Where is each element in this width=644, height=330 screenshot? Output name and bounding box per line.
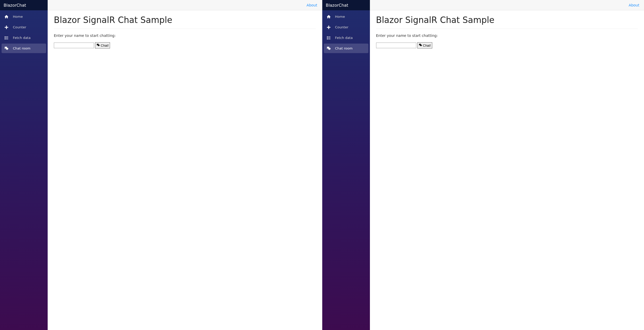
sidebar-nav: HomeCounterFetch dataChat room	[0, 10, 48, 55]
sidebar-item-counter[interactable]: Counter	[2, 22, 46, 32]
plus-icon	[326, 25, 331, 30]
sidebar: BlazorChatHomeCounterFetch dataChat room	[322, 0, 370, 330]
sidebar-item-label: Counter	[13, 25, 26, 29]
sidebar-item-label: Fetch data	[335, 36, 353, 40]
name-form-row: Chat!	[376, 42, 638, 48]
sidebar-item-chat-room[interactable]: Chat room	[2, 44, 46, 53]
sidebar-item-label: Chat room	[13, 46, 30, 50]
sidebar-item-label: Chat room	[335, 46, 353, 50]
sidebar-item-fetch-data[interactable]: Fetch data	[2, 33, 46, 43]
name-prompt: Enter your name to start chatting:	[376, 34, 638, 38]
chat-button[interactable]: Chat!	[417, 42, 432, 48]
chat-button-label: Chat!	[101, 44, 109, 47]
chat-button[interactable]: Chat!	[95, 42, 110, 48]
list-icon	[4, 36, 9, 40]
chat-icon	[4, 46, 9, 51]
sidebar-item-label: Counter	[335, 25, 349, 29]
content-area: Blazor SignalR Chat SampleEnter your nam…	[48, 10, 322, 53]
sidebar-item-home[interactable]: Home	[324, 12, 368, 21]
brand-title[interactable]: BlazorChat	[322, 0, 370, 10]
chat-button-label: Chat!	[423, 44, 431, 47]
chat-icon	[419, 43, 422, 48]
divider	[376, 29, 638, 29]
sidebar-item-fetch-data[interactable]: Fetch data	[324, 33, 368, 43]
about-link[interactable]: About	[629, 3, 639, 7]
name-input[interactable]	[376, 43, 416, 48]
sidebar-item-label: Fetch data	[13, 36, 31, 40]
main-column: AboutBlazor SignalR Chat SampleEnter you…	[370, 0, 644, 330]
page-title: Blazor SignalR Chat Sample	[376, 15, 638, 25]
list-icon	[326, 36, 331, 40]
topbar: About	[370, 0, 644, 10]
topbar: About	[48, 0, 322, 10]
chat-icon	[96, 43, 100, 48]
sidebar-item-counter[interactable]: Counter	[324, 22, 368, 32]
page-title: Blazor SignalR Chat Sample	[54, 15, 316, 25]
sidebar-item-chat-room[interactable]: Chat room	[324, 44, 368, 53]
divider	[54, 29, 316, 29]
main-column: AboutBlazor SignalR Chat SampleEnter you…	[48, 0, 322, 330]
sidebar-item-home[interactable]: Home	[2, 12, 46, 21]
home-icon	[4, 14, 9, 19]
sidebar-nav: HomeCounterFetch dataChat room	[322, 10, 370, 55]
app-window: BlazorChatHomeCounterFetch dataChat room…	[322, 0, 644, 330]
content-area: Blazor SignalR Chat SampleEnter your nam…	[370, 10, 644, 53]
brand-title[interactable]: BlazorChat	[0, 0, 48, 10]
sidebar: BlazorChatHomeCounterFetch dataChat room	[0, 0, 48, 330]
name-form-row: Chat!	[54, 42, 316, 48]
sidebar-item-label: Home	[335, 15, 345, 19]
chat-icon	[326, 46, 331, 51]
home-icon	[326, 14, 331, 19]
about-link[interactable]: About	[307, 3, 317, 7]
app-window: BlazorChatHomeCounterFetch dataChat room…	[0, 0, 322, 330]
name-input[interactable]	[54, 43, 94, 48]
sidebar-item-label: Home	[13, 15, 23, 19]
name-prompt: Enter your name to start chatting:	[54, 34, 316, 38]
plus-icon	[4, 25, 9, 30]
